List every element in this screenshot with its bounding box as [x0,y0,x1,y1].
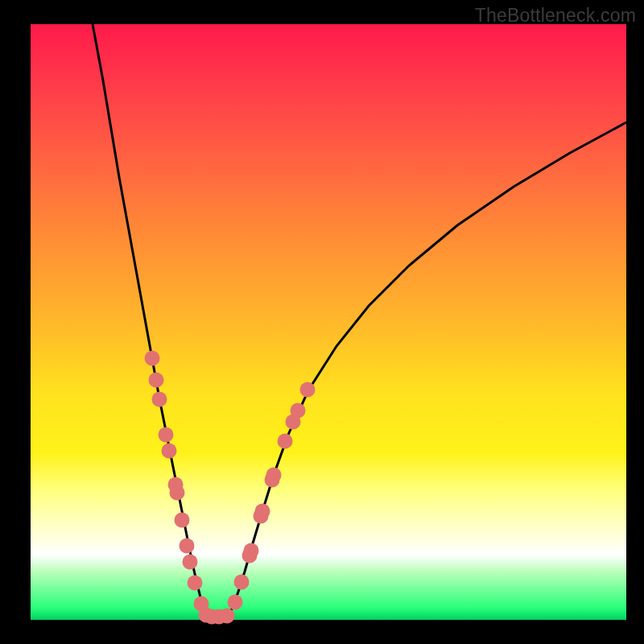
data-marker [188,576,203,591]
data-marker [180,539,195,554]
data-marker [162,444,177,459]
watermark-text: TheBottleneck.com [475,5,636,27]
data-marker [300,382,316,398]
curve-right [229,122,626,616]
data-marker [266,468,282,483]
data-marker [170,485,185,501]
data-marker [278,434,293,449]
data-marker [152,392,167,407]
chart-plot-area [31,24,626,620]
data-marker [149,373,164,388]
data-marker [228,595,243,610]
data-marker [145,351,160,366]
data-marker [183,555,198,570]
chart-svg [31,24,626,620]
data-marker [220,609,235,624]
data-markers [145,351,316,625]
data-marker [175,513,190,528]
data-marker [234,575,250,590]
chart-frame: TheBottleneck.com [0,0,644,644]
data-marker [291,403,306,419]
curve-left [93,24,208,616]
data-marker [244,543,259,559]
data-marker [255,504,270,519]
data-marker [159,427,174,443]
